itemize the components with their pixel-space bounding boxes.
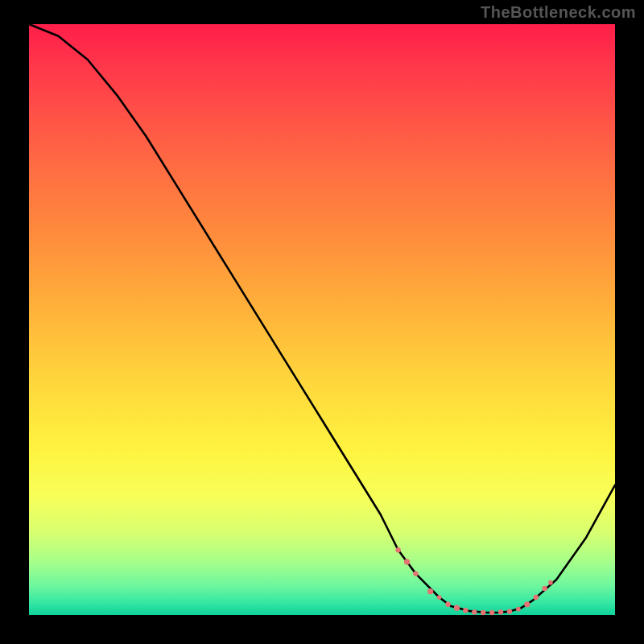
marker-dot	[454, 605, 460, 611]
marker-dot	[427, 588, 433, 594]
marker-dot	[472, 609, 477, 614]
chart-frame: TheBottleneck.com	[0, 0, 644, 644]
plot-area	[29, 24, 615, 615]
marker-dot	[507, 609, 512, 613]
marker-group	[395, 547, 552, 615]
marker-dot	[524, 601, 530, 607]
bottleneck-curve	[29, 24, 615, 613]
marker-dot	[542, 586, 547, 591]
marker-dot	[445, 602, 450, 607]
marker-dot	[498, 609, 503, 614]
curve-svg	[29, 24, 615, 615]
marker-dot	[516, 607, 521, 612]
marker-dot	[437, 595, 442, 600]
marker-dot	[404, 559, 410, 564]
marker-dot	[463, 608, 468, 613]
marker-dot	[534, 595, 539, 600]
marker-dot	[489, 610, 494, 615]
marker-dot	[548, 580, 553, 585]
marker-dot	[413, 571, 418, 576]
watermark-label: TheBottleneck.com	[481, 3, 636, 22]
marker-dot	[481, 610, 485, 615]
marker-dot	[395, 547, 400, 552]
